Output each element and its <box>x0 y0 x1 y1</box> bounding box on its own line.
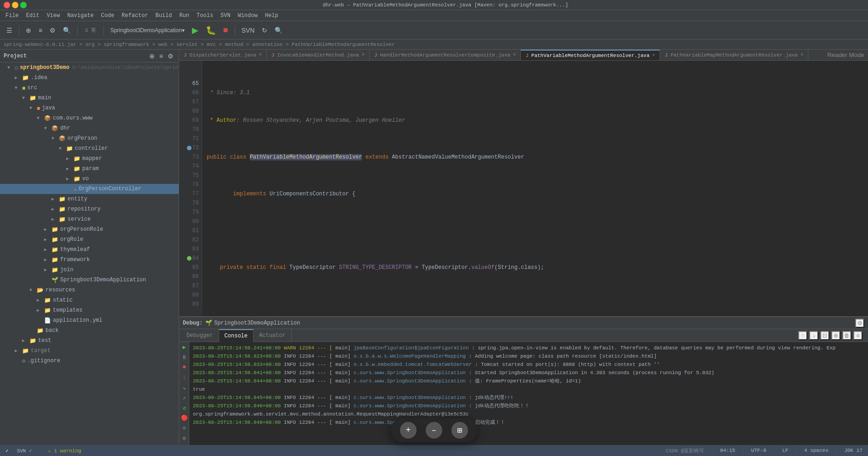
tree-item-static[interactable]: ▶ 📁 static <box>0 295 179 305</box>
menu-tools[interactable]: Tools <box>193 11 217 20</box>
status-line-ending[interactable]: LF <box>780 448 790 453</box>
toolbar-icon-1[interactable]: ⊕ <box>23 24 34 37</box>
window-min-btn[interactable] <box>12 2 18 8</box>
tree-item-target[interactable]: ▶ 📁 target <box>0 346 179 356</box>
toolbar-icon-2[interactable]: ≡ <box>36 24 45 37</box>
tree-item-orgpersonrole[interactable]: ▶ 📁 orgPersonRole <box>0 224 179 234</box>
debug-step-out-icon[interactable]: ↗ <box>179 393 189 403</box>
tab-pathvariablemap[interactable]: J PathVariableMapMethodArgumentResolver.… <box>660 50 808 61</box>
tree-item-dhr[interactable]: ▼ 📦 dhr <box>0 123 179 133</box>
debug-settings-btn[interactable]: ⚙ <box>855 319 864 328</box>
tree-item-back[interactable]: 📁 back <box>0 325 179 336</box>
console-scroll-up-btn[interactable]: ↑ <box>798 331 807 340</box>
zoom-fit-btn[interactable]: ⊞ <box>451 422 468 439</box>
menu-build[interactable]: Build <box>152 11 175 20</box>
bottom-tab-actuator[interactable]: Actuator <box>254 329 292 342</box>
bottom-tab-debugger[interactable]: Debugger <box>181 329 219 342</box>
tab-close-1[interactable]: × <box>259 52 262 57</box>
tree-item-java[interactable]: ▼ ◼ java <box>0 103 179 113</box>
zoom-in-btn[interactable]: + <box>400 422 417 439</box>
tree-item-repository[interactable]: ▶ 📁 repository <box>0 204 179 214</box>
menu-file[interactable]: File <box>2 11 23 20</box>
toolbar-refresh-btn[interactable]: ↻ <box>259 24 270 37</box>
code-view[interactable]: 65 66 67 68 69 70 71 72 73 74 75 76 77 7… <box>179 61 868 316</box>
toolbar-search2-btn[interactable]: 🔍 <box>272 24 285 37</box>
debug-settings2-icon[interactable]: ⚙ <box>179 433 189 443</box>
toolbar-search-btn[interactable]: 🔍 <box>60 24 73 37</box>
debug-btn[interactable]: 🐛 <box>203 24 219 37</box>
tree-item-orgpersoncontroller[interactable]: ☕ OrgPersonController <box>0 184 179 194</box>
debug-stop-icon[interactable]: ■ <box>179 362 189 372</box>
tree-item-mapper[interactable]: ▶ 📁 mapper <box>0 154 179 164</box>
tree-item-service[interactable]: ▶ 📁 service <box>0 214 179 224</box>
project-icon-2[interactable]: ≡ <box>158 51 164 61</box>
tab-close-2[interactable]: × <box>362 52 365 57</box>
menu-svn[interactable]: SVN <box>217 11 234 20</box>
menu-view[interactable]: View <box>43 11 64 20</box>
tree-item-templates[interactable]: ▶ 📁 templates <box>0 305 179 315</box>
tree-item-vo[interactable]: ▶ 📁 vo <box>0 174 179 184</box>
tab-pathvariable-active[interactable]: J PathVariableMethodArgumentResolver.jav… <box>521 50 660 61</box>
tree-item-join[interactable]: ▶ 📁 join <box>0 265 179 275</box>
tab-dispatcherservlet[interactable]: J DispatcherServlet.java × <box>179 50 267 61</box>
tree-item-idea[interactable]: ▶ 📁 .idea <box>0 73 179 83</box>
tree-item-com[interactable]: ▼ 📦 com.ours.www <box>0 113 179 123</box>
tab-handlermethodargumentresolver[interactable]: J HandlerMethodArgumentResolverComposite… <box>370 50 521 61</box>
console-output[interactable]: 2023-08-25T15:14:50.241+08:00 WARN 12284… <box>189 342 868 445</box>
tree-item-gitignore[interactable]: ⚙ .gitignore <box>0 356 179 366</box>
console-clear-btn[interactable]: 🗑 <box>842 331 851 340</box>
tree-item-param[interactable]: ▶ 📁 param <box>0 164 179 174</box>
status-branch[interactable]: ✓ <box>4 448 11 454</box>
zoom-out-btn[interactable]: – <box>426 422 442 439</box>
debug-rerun-icon[interactable]: ↺ <box>179 403 189 413</box>
bottom-tab-console[interactable]: Console <box>219 329 254 342</box>
menu-navigate[interactable]: Navigate <box>63 11 97 20</box>
tree-item-test[interactable]: ▶ 📁 test <box>0 336 179 346</box>
tab-close-5[interactable]: × <box>800 52 803 57</box>
toolbar-project-btn[interactable]: ☰ <box>4 24 15 37</box>
menu-refactor[interactable]: Refactor <box>118 11 152 20</box>
project-icon-1[interactable]: ⊕ <box>148 51 156 61</box>
tree-item-orgrole[interactable]: ▶ 📁 orgRole <box>0 234 179 245</box>
status-indent[interactable]: 4 spaces <box>802 448 830 453</box>
tree-item-thymeleaf[interactable]: ▶ 📁 thymeleaf <box>0 245 179 255</box>
run-btn[interactable]: ▶ <box>189 24 201 37</box>
tree-item-controller[interactable]: ▼ 📁 controller <box>0 143 179 154</box>
menu-help[interactable]: Help <box>261 11 282 20</box>
tree-item-resources[interactable]: ▼ 📂 resources <box>0 285 179 295</box>
toolbar-icon-3[interactable]: ⚙ <box>47 24 58 37</box>
tree-item-applicationyml[interactable]: 📄 application.yml <box>0 315 179 325</box>
tree-item-springapp[interactable]: 🌱 Springboot3DemoApplication <box>0 275 179 285</box>
debug-pause-icon[interactable]: ⏸ <box>179 352 189 362</box>
console-expand-btn[interactable]: ⊡ <box>820 331 829 340</box>
tree-root[interactable]: ▼ ◻ springboot3Demo D:\BaiduSyncdisk\Ide… <box>0 63 179 73</box>
menu-run[interactable]: Run <box>175 11 193 20</box>
debug-step-over-icon[interactable]: ↓ <box>179 372 189 382</box>
console-settings-btn[interactable]: ≡ <box>853 331 862 340</box>
project-icon-3[interactable]: ⚙ <box>166 51 175 61</box>
debug-breakpoints-icon[interactable]: 🔴 <box>179 413 189 423</box>
stop-btn[interactable]: ■ <box>220 24 231 37</box>
run-config-dropdown[interactable]: Springboot3DemoApplication ▾ <box>107 24 187 37</box>
status-line-col[interactable]: 84:15 <box>718 448 737 453</box>
tree-item-main[interactable]: ▼ 📁 main <box>0 93 179 103</box>
tree-item-framework[interactable]: ▶ 📁 framework <box>0 255 179 265</box>
console-scroll-down-btn[interactable]: ↓ <box>809 331 818 340</box>
debug-mute-icon[interactable]: ⊘ <box>179 423 189 433</box>
menu-window[interactable]: Window <box>234 11 261 20</box>
tab-close-3[interactable]: × <box>513 52 516 57</box>
reader-mode-btn[interactable]: Reader Mode <box>823 51 868 58</box>
tab-invocablehandler[interactable]: J InvocableHandlerMethod.java × <box>267 50 370 61</box>
toolbar-svn-btn[interactable]: SVN <box>239 24 258 37</box>
debug-run-icon[interactable]: ▶ <box>179 342 189 352</box>
console-filter-btn[interactable]: ⊕ <box>831 331 840 340</box>
window-max-btn[interactable] <box>20 2 27 8</box>
status-svn[interactable]: SVN ✓ <box>15 448 34 454</box>
tab-close-4[interactable]: × <box>652 53 655 58</box>
window-close-btn[interactable] <box>4 2 10 8</box>
tree-item-orgperson[interactable]: ▼ 📦 orgPerson <box>0 133 179 143</box>
tree-item-src[interactable]: ▼ ◼ src <box>0 83 179 93</box>
menu-code[interactable]: Code <box>97 11 118 20</box>
debug-step-into-icon[interactable]: ↘ <box>179 382 189 393</box>
menu-edit[interactable]: Edit <box>23 11 43 20</box>
